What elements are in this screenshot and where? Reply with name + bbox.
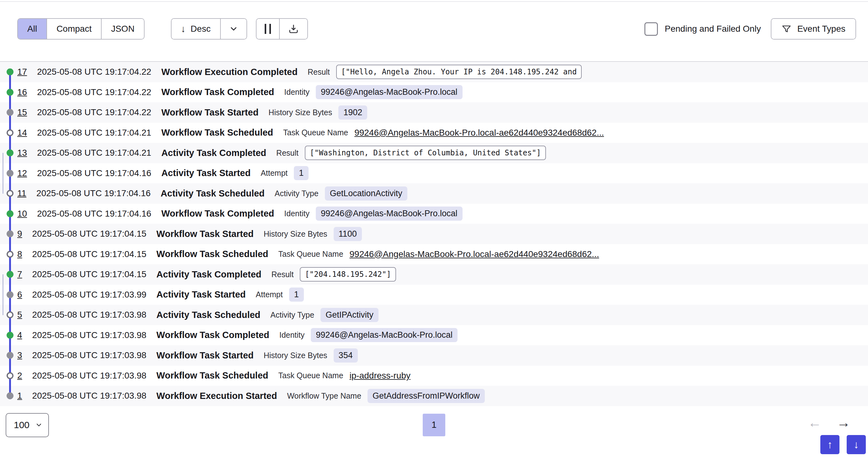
event-timestamp: 2025-05-08 UTC 19:17:03.98 — [32, 391, 147, 401]
event-row[interactable]: 132025-05-08 UTC 19:17:04.21Activity Tas… — [0, 143, 868, 163]
event-row[interactable]: 92025-05-08 UTC 19:17:04.15Workflow Task… — [0, 224, 868, 244]
sort-desc-button[interactable]: ↓ Desc — [172, 19, 220, 39]
event-name: Activity Task Completed — [161, 148, 266, 158]
event-detail-value[interactable]: 99246@Angelas-MacBook-Pro.local-ae62d440… — [354, 128, 604, 138]
event-detail-label: Identity — [279, 331, 305, 340]
event-id-link[interactable]: 8 — [17, 249, 22, 259]
event-detail: Identity99246@Angelas-MacBook-Pro.local — [284, 206, 462, 221]
event-row[interactable]: 42025-05-08 UTC 19:17:03.98Workflow Task… — [0, 325, 868, 346]
event-detail: Task Queue Nameip-address-ruby — [278, 371, 411, 381]
event-status-dot — [7, 392, 13, 399]
sort-options-button[interactable] — [220, 19, 246, 39]
event-types-button[interactable]: Event Types — [771, 19, 856, 39]
event-status-dot — [7, 109, 13, 116]
event-timestamp: 2025-05-08 UTC 19:17:03.98 — [32, 310, 147, 320]
event-detail-label: Result — [308, 67, 330, 77]
event-name: Workflow Task Started — [161, 107, 258, 118]
pause-autorefresh-button[interactable] — [256, 19, 279, 39]
previous-page-arrow[interactable]: ← — [808, 416, 822, 429]
event-detail-value: ["Hello, Angela Zhou. Your IP is 204.148… — [336, 65, 582, 79]
event-detail-value: 99246@Angelas-MacBook-Pro.local — [316, 206, 463, 221]
event-detail-value: GetLocationActivity — [325, 187, 407, 201]
event-id-link[interactable]: 14 — [17, 128, 27, 138]
arrow-up-icon: ↑ — [827, 438, 833, 451]
pending-failed-checkbox[interactable] — [644, 22, 658, 36]
event-id-link[interactable]: 17 — [17, 67, 27, 77]
event-id-link[interactable]: 9 — [17, 229, 22, 239]
event-id-link[interactable]: 12 — [17, 168, 27, 178]
event-id-link[interactable]: 7 — [17, 269, 22, 279]
event-detail-label: Attempt — [260, 169, 287, 178]
event-detail-value[interactable]: ip-address-ruby — [350, 371, 411, 381]
event-detail-label: Result — [272, 270, 294, 279]
event-row[interactable]: 22025-05-08 UTC 19:17:03.98Workflow Task… — [0, 366, 868, 386]
event-row[interactable]: 12025-05-08 UTC 19:17:03.98Workflow Exec… — [0, 386, 868, 406]
event-name: Workflow Task Started — [156, 350, 254, 361]
event-detail-value[interactable]: 99246@Angelas-MacBook-Pro.local-ae62d440… — [350, 249, 599, 259]
event-row[interactable]: 82025-05-08 UTC 19:17:04.15Workflow Task… — [0, 244, 868, 265]
event-detail-label: Result — [276, 148, 299, 158]
event-detail-value: 354 — [334, 348, 358, 363]
event-row[interactable]: 72025-05-08 UTC 19:17:04.15Activity Task… — [0, 264, 868, 285]
tab-all[interactable]: All — [18, 19, 46, 39]
event-id-link[interactable]: 11 — [17, 188, 26, 198]
event-row[interactable]: 52025-05-08 UTC 19:17:03.98Activity Task… — [0, 305, 868, 325]
event-detail: History Size Bytes1100 — [264, 227, 362, 241]
pause-icon — [265, 24, 271, 34]
event-name: Activity Task Started — [156, 289, 246, 300]
tab-json[interactable]: JSON — [101, 19, 144, 39]
event-types-control: Event Types — [771, 18, 856, 39]
next-page-arrow[interactable]: → — [837, 416, 850, 429]
event-id-link[interactable]: 1 — [17, 391, 22, 401]
event-row[interactable]: 112025-05-08 UTC 19:17:04.16Activity Tas… — [0, 183, 868, 204]
event-row[interactable]: 162025-05-08 UTC 19:17:04.22Workflow Tas… — [0, 82, 868, 103]
event-timestamp: 2025-05-08 UTC 19:17:04.16 — [37, 168, 151, 178]
event-row[interactable]: 122025-05-08 UTC 19:17:04.16Activity Tas… — [0, 163, 868, 183]
event-id-link[interactable]: 3 — [17, 350, 22, 360]
event-detail: Result["Washington, District of Columbia… — [276, 146, 546, 160]
event-detail: Activity TypeGetLocationActivity — [275, 187, 407, 201]
event-detail: Identity99246@Angelas-MacBook-Pro.local — [279, 328, 458, 342]
event-id-link[interactable]: 13 — [17, 148, 27, 158]
event-id-link[interactable]: 4 — [17, 330, 22, 340]
event-row[interactable]: 62025-05-08 UTC 19:17:03.99Activity Task… — [0, 285, 868, 305]
event-name: Workflow Task Started — [156, 229, 254, 239]
event-row[interactable]: 172025-05-08 UTC 19:17:04.22Workflow Exe… — [0, 62, 868, 82]
event-timestamp: 2025-05-08 UTC 19:17:04.22 — [37, 87, 151, 97]
event-detail-label: Activity Type — [275, 189, 319, 198]
event-id-link[interactable]: 6 — [17, 290, 22, 300]
event-detail-label: Workflow Type Name — [287, 391, 361, 400]
event-detail-label: Activity Type — [270, 310, 314, 319]
event-id-link[interactable]: 2 — [17, 371, 22, 381]
event-detail-label: History Size Bytes — [264, 351, 328, 360]
event-row[interactable]: 102025-05-08 UTC 19:17:04.16Workflow Tas… — [0, 204, 868, 224]
event-detail: Activity TypeGetIPActivity — [270, 308, 378, 322]
arrow-down-icon: ↓ — [854, 438, 859, 451]
scroll-to-bottom-button[interactable]: ↓ — [847, 435, 866, 454]
tab-compact[interactable]: Compact — [46, 19, 101, 39]
event-detail: Result["Hello, Angela Zhou. Your IP is 2… — [308, 65, 582, 79]
event-timestamp: 2025-05-08 UTC 19:17:04.22 — [37, 107, 151, 117]
event-id-link[interactable]: 10 — [17, 209, 27, 219]
current-page-button[interactable]: 1 — [423, 414, 445, 436]
event-status-dot — [7, 129, 13, 136]
scroll-to-top-button[interactable]: ↑ — [820, 435, 839, 454]
event-detail-label: History Size Bytes — [264, 229, 328, 238]
event-id-link[interactable]: 5 — [17, 310, 22, 320]
event-types-label: Event Types — [797, 24, 845, 34]
event-status-dot — [7, 170, 13, 177]
event-id-link[interactable]: 15 — [17, 107, 27, 117]
page-size-select[interactable]: 100 — [6, 413, 49, 437]
download-history-button[interactable] — [279, 19, 307, 39]
event-row[interactable]: 32025-05-08 UTC 19:17:03.98Workflow Task… — [0, 345, 868, 366]
event-row[interactable]: 142025-05-08 UTC 19:17:04.21Workflow Tas… — [0, 123, 868, 143]
event-detail-label: History Size Bytes — [269, 108, 332, 117]
event-row[interactable]: 152025-05-08 UTC 19:17:04.22Workflow Tas… — [0, 102, 868, 123]
pending-failed-filter[interactable]: Pending and Failed Only — [644, 22, 761, 36]
toolbar: All Compact JSON ↓ Desc Pend — [0, 0, 868, 39]
event-status-dot — [7, 271, 13, 278]
event-status-dot — [7, 251, 13, 258]
event-detail-label: Task Queue Name — [283, 128, 348, 137]
event-id-link[interactable]: 16 — [17, 87, 27, 97]
event-timestamp: 2025-05-08 UTC 19:17:04.15 — [32, 249, 147, 259]
